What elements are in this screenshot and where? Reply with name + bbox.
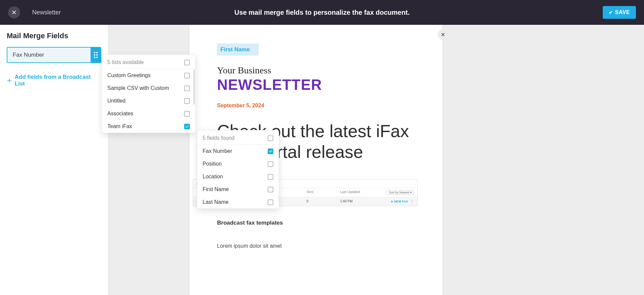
list-item-checkbox[interactable] [184,98,190,104]
select-all-lists-checkbox[interactable] [184,60,190,65]
close-icon [11,10,17,15]
list-item[interactable]: Untitled [102,95,195,107]
newsletter-heading: NEWSLETTER [217,76,415,93]
field-item-checkbox[interactable] [268,149,273,154]
document-date: September 5, 2024 [217,103,415,109]
add-fields-link[interactable]: Add fields from a Broadcast List [7,74,101,87]
close-icon: ✕ [441,32,445,38]
col-sent: Sent [307,190,340,195]
list-item[interactable]: Team iFax [102,120,195,133]
list-item[interactable]: Custom Greetings [102,69,195,82]
check-icon: ✔ [609,10,613,15]
business-name: Your Business [217,65,415,76]
field-item[interactable]: First Name [197,183,279,196]
topbar: Newsletter Use mail merge fields to pers… [0,0,644,25]
list-item-checkbox[interactable] [184,85,190,91]
list-item-checkbox[interactable] [184,111,190,117]
field-item[interactable]: Last Name [197,196,279,209]
list-item[interactable]: Associates [102,107,195,120]
field-item-label: Position [203,161,222,167]
sidebar: Mail Merge Fields Fax Number Add fields … [0,25,108,295]
merge-tag-firstname[interactable]: First Name [217,44,259,56]
field-item-checkbox[interactable] [268,161,273,167]
select-all-fields-checkbox[interactable] [268,135,273,141]
list-item-label: Associates [107,111,133,117]
row-updated: 1:48 PM [340,199,374,203]
add-fields-label: Add fields from a Broadcast List [15,74,101,87]
field-item[interactable]: Location [197,170,279,183]
section-title: Broadcast fax templates [217,220,415,226]
list-item-checkbox[interactable] [184,124,190,129]
list-item-label: Custom Greetings [107,72,151,78]
list-item-label: Sample CSV with Custom [107,85,169,91]
field-item-checkbox[interactable] [268,174,273,180]
row-sent: 0 [307,199,340,203]
list-item-checkbox[interactable] [184,73,190,78]
close-button[interactable] [8,6,20,18]
field-item-checkbox[interactable] [268,199,273,205]
body-text: Lorem ipsum dolor sit amet [217,243,415,249]
scrollbar[interactable] [193,69,195,128]
field-item-label: First Name [203,186,229,192]
field-item-checkbox[interactable] [268,187,273,192]
sidebar-heading: Mail Merge Fields [7,32,101,40]
kebab-icon[interactable]: ⋮ [410,199,414,204]
main: Mail Merge Fields Fax Number Add fields … [0,25,644,295]
fields-popover: 5 fields found Fax NumberPositionLocatio… [197,130,279,209]
drag-handle[interactable] [91,48,101,62]
lists-popover-header: 5 lists available [107,59,144,65]
field-item-label: Fax Number [203,148,232,154]
cursor-icon: ➤ [391,200,393,203]
drag-icon [94,52,98,58]
lists-popover: 5 lists available Custom GreetingsSample… [102,54,196,133]
col-sort: Sort by Newest ▾ [374,190,414,195]
close-doc-button[interactable]: ✕ [438,30,448,40]
new-fax-button[interactable]: ➤ NEW FAX [391,200,408,203]
field-item-label: Location [203,174,223,180]
merge-field-pill[interactable]: Fax Number [7,47,101,63]
plus-icon [7,78,12,83]
save-label: SAVE [615,9,630,15]
sort-dropdown[interactable]: Sort by Newest ▾ [387,190,414,195]
instruction-text: Use mail merge fields to personalize the… [234,9,410,16]
field-item[interactable]: Fax Number [197,145,279,158]
page-title: Newsletter [32,9,61,16]
list-item-label: Team iFax [107,123,132,129]
fields-popover-header: 5 fields found [203,135,234,141]
list-item-label: Untitled [107,98,125,104]
chevron-down-icon: ▾ [410,191,412,194]
field-item[interactable]: Position [197,158,279,170]
save-button[interactable]: ✔ SAVE [603,6,636,19]
list-item[interactable]: Sample CSV with Custom [102,82,195,95]
field-item-label: Last Name [203,199,228,205]
col-updated: Last Updated [340,190,374,195]
merge-field-label: Fax Number [7,48,91,62]
